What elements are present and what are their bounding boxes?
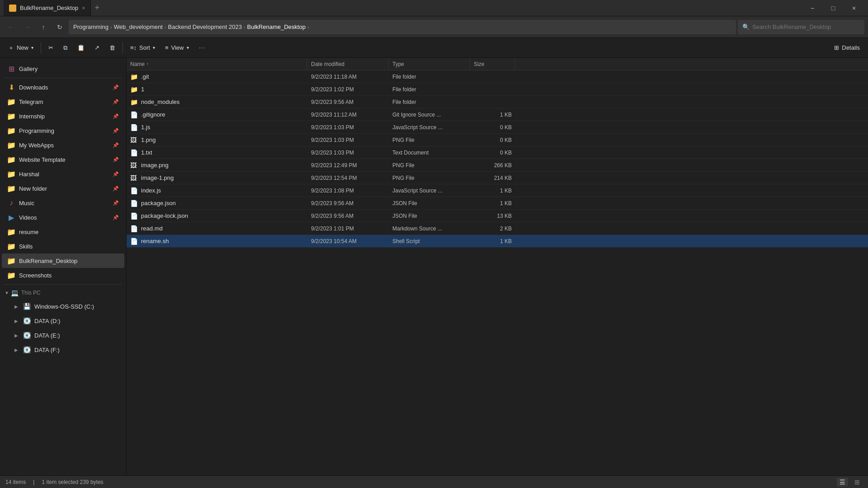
sidebar-item-telegram[interactable]: 📁 Telegram 📌 <box>2 94 124 109</box>
file-type-icon: 📄 <box>130 225 137 232</box>
paste-button[interactable]: 📋 <box>73 40 89 56</box>
table-row[interactable]: 📄 read.md 9/2/2023 1:01 PM Markdown Sour… <box>127 222 868 235</box>
sidebar-item-gallery[interactable]: ⊞ Gallery <box>2 61 124 76</box>
table-row[interactable]: 📄 rename.sh 9/2/2023 10:54 AM Shell Scri… <box>127 235 868 248</box>
file-type-icon: 📁 <box>130 86 137 93</box>
details-view-toggle[interactable]: ☰ <box>837 478 848 487</box>
more-icon: ··· <box>199 44 205 52</box>
harshal-pin-icon: 📌 <box>113 171 119 177</box>
sidebar-item-skills[interactable]: 📁 Skills <box>2 239 124 253</box>
refresh-button[interactable]: ↻ <box>52 20 67 34</box>
file-date-cell: 9/2/2023 9:56 AM <box>307 210 389 222</box>
more-button[interactable]: ··· <box>194 40 209 56</box>
sidebar-item-downloads[interactable]: ⬇ Downloads 📌 <box>2 80 124 94</box>
file-date-cell: 9/2/2023 11:12 AM <box>307 108 389 121</box>
f-drive-expand-icon: ▶ <box>14 347 18 352</box>
details-icon: ⊞ <box>834 44 839 51</box>
breadcrumb-bar[interactable]: Programming › Web_development › Backend … <box>69 20 736 34</box>
sidebar-item-c-drive[interactable]: ▶ 💾 Windows-OS-SSD (C:) <box>2 299 124 314</box>
copy-button[interactable]: ⧉ <box>59 40 72 56</box>
file-name: 1.png <box>141 136 156 143</box>
table-row[interactable]: 🖼 image-1.png 9/2/2023 12:54 PM PNG File… <box>127 172 868 184</box>
file-name-cell: 📄 rename.sh <box>127 235 307 247</box>
file-date-cell: 9/2/2023 9:56 AM <box>307 197 389 209</box>
file-name: package.json <box>141 200 176 206</box>
file-type-icon: 🖼 <box>130 136 137 144</box>
sidebar-item-resume[interactable]: 📁 resume <box>2 225 124 239</box>
close-window-button[interactable]: × <box>844 0 864 16</box>
file-name: 1 <box>141 86 144 93</box>
forward-button[interactable]: → <box>20 20 34 34</box>
this-pc-drive-icon: 💻 <box>11 289 19 296</box>
file-size-cell: 13 KB <box>470 210 515 222</box>
sidebar-item-bulkrename[interactable]: 📁 BulkRename_Desktop <box>2 253 124 268</box>
active-tab[interactable]: BulkRename_Desktop × <box>4 0 91 16</box>
col-name-header[interactable]: Name <box>127 58 307 70</box>
file-size-cell <box>470 83 515 95</box>
table-row[interactable]: 📄 .gitignore 9/2/2023 11:12 AM Git Ignor… <box>127 108 868 121</box>
col-date-header[interactable]: Date modified <box>307 58 389 70</box>
table-row[interactable]: 📁 1 9/2/2023 1:02 PM File folder <box>127 83 868 96</box>
breadcrumb-sep-1: › <box>110 24 112 30</box>
table-row[interactable]: 🖼 1.png 9/2/2023 1:03 PM PNG File 0 KB <box>127 134 868 146</box>
file-type-cell: File folder <box>389 96 470 108</box>
search-bar[interactable]: 🔍 <box>738 20 864 34</box>
cut-button[interactable]: ✂ <box>44 40 58 56</box>
status-separator: | <box>33 479 34 485</box>
minimize-button[interactable]: − <box>802 0 823 16</box>
file-name-cell: 📄 package-lock.json <box>127 210 307 222</box>
view-button[interactable]: ≡ View ▾ <box>160 40 193 56</box>
up-button[interactable]: ↑ <box>36 20 51 34</box>
sidebar-item-e-drive[interactable]: ▶ 💽 DATA (E:) <box>2 328 124 343</box>
col-type-header[interactable]: Type <box>389 58 470 70</box>
table-row[interactable]: 📄 1.txt 9/2/2023 1:03 PM Text Document 0… <box>127 146 868 159</box>
sidebar-item-newfolder[interactable]: 📁 New folder 📌 <box>2 181 124 196</box>
sidebar-item-music[interactable]: ♪ Music 📌 <box>2 196 124 210</box>
table-row[interactable]: 📁 .git 9/2/2023 11:18 AM File folder <box>127 70 868 83</box>
breadcrumb-item-3[interactable]: Backend Development 2023 <box>168 23 242 30</box>
tab-close-button[interactable]: × <box>82 5 85 11</box>
table-row[interactable]: 📁 node_modules 9/2/2023 9:56 AM File fol… <box>127 96 868 108</box>
internship-pin-icon: 📌 <box>113 113 119 119</box>
file-type-cell: PNG File <box>389 134 470 146</box>
col-type-label: Type <box>392 61 404 67</box>
maximize-button[interactable]: □ <box>823 0 844 16</box>
sidebar-item-screenshots[interactable]: 📁 Screenshots <box>2 268 124 282</box>
sidebar-item-d-drive[interactable]: ▶ 💽 DATA (D:) <box>2 314 124 328</box>
search-input[interactable] <box>752 23 860 30</box>
share-button[interactable]: ↗ <box>90 40 104 56</box>
tab-label: BulkRename_Desktop <box>20 5 78 11</box>
sidebar-item-websitetemplate[interactable]: 📁 Website Template 📌 <box>2 152 124 167</box>
breadcrumb-item-4[interactable]: BulkRename_Desktop <box>247 23 306 30</box>
new-tab-button[interactable]: + <box>91 3 103 13</box>
new-button[interactable]: ＋ New ▾ <box>4 40 38 56</box>
file-name-cell: 🖼 1.png <box>127 134 307 146</box>
table-row[interactable]: 📄 package.json 9/2/2023 9:56 AM JSON Fil… <box>127 197 868 210</box>
sidebar-item-internship[interactable]: 📁 Internship 📌 <box>2 109 124 123</box>
file-date-cell: 9/2/2023 12:54 PM <box>307 172 389 184</box>
file-date-cell: 9/2/2023 11:18 AM <box>307 70 389 83</box>
sidebar-item-mywebapps[interactable]: 📁 My WebApps 📌 <box>2 138 124 152</box>
table-row[interactable]: 🖼 image.png 9/2/2023 12:49 PM PNG File 2… <box>127 159 868 172</box>
sidebar-item-harshal[interactable]: 📁 Harshal 📌 <box>2 167 124 181</box>
col-size-header[interactable]: Size <box>470 58 515 70</box>
table-row[interactable]: 📄 1.js 9/2/2023 1:03 PM JavaScript Sourc… <box>127 121 868 134</box>
details-button[interactable]: ⊞ Details <box>830 40 864 56</box>
back-button[interactable]: ← <box>4 20 18 34</box>
breadcrumb-item-1[interactable]: Programming <box>73 23 108 30</box>
file-name-cell: 📄 package.json <box>127 197 307 209</box>
sidebar-item-programming[interactable]: 📁 Programming 📌 <box>2 123 124 138</box>
table-row[interactable]: 📄 index.js 9/2/2023 1:08 PM JavaScript S… <box>127 184 868 197</box>
delete-button[interactable]: 🗑 <box>105 40 120 56</box>
sort-chevron-icon: ▾ <box>153 45 155 50</box>
breadcrumb-item-2[interactable]: Web_development <box>114 23 163 30</box>
copy-icon: ⧉ <box>63 44 67 52</box>
grid-view-toggle[interactable]: ⊞ <box>852 478 863 487</box>
sidebar-item-f-drive[interactable]: ▶ 💽 DATA (F:) <box>2 343 124 357</box>
item-count: 14 items <box>5 479 26 485</box>
sidebar-item-videos[interactable]: ▶ Videos 📌 <box>2 210 124 225</box>
file-type-icon: 🖼 <box>130 174 137 182</box>
this-pc-header[interactable]: ▾ 💻 This PC <box>0 286 126 299</box>
sort-button[interactable]: ≡↕ Sort ▾ <box>126 40 160 56</box>
table-row[interactable]: 📄 package-lock.json 9/2/2023 9:56 AM JSO… <box>127 210 868 222</box>
